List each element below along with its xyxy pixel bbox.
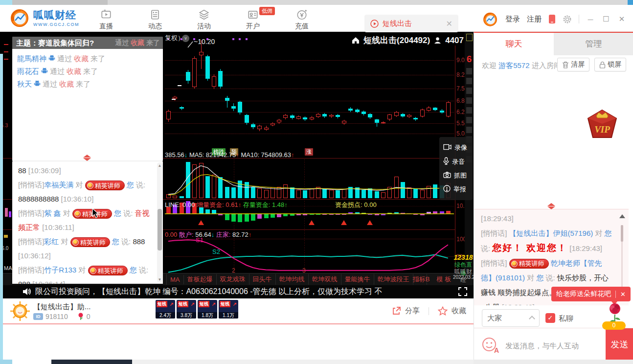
menu-item-录像[interactable]: 录像 bbox=[439, 141, 473, 155]
app-logo[interactable]: 呱呱财经 WWW.GGCJ.COM bbox=[9, 7, 79, 28]
scroll-down-icon[interactable]: ▼ bbox=[157, 277, 162, 282]
collapse-toggle[interactable] bbox=[83, 155, 91, 161]
chevron-up-icon bbox=[529, 316, 535, 322]
live-video-area[interactable]: 9.098.277.516.836.215.595.03100.050.00 短… bbox=[0, 32, 474, 298]
tab-manage[interactable]: 管理 bbox=[554, 33, 633, 55]
gear-icon[interactable] bbox=[563, 15, 572, 24]
medal-icon bbox=[74, 211, 81, 217]
phone-icon[interactable] bbox=[548, 14, 556, 24]
related-stream-thumb[interactable]: 短线↗1.1万 bbox=[219, 300, 238, 318]
id-icon: ID bbox=[33, 313, 43, 320]
send-target-select[interactable]: 大家 bbox=[482, 309, 540, 327]
lecturer-badge: 精英讲师 bbox=[509, 259, 549, 269]
mic-icon bbox=[443, 157, 449, 166]
nav-feed[interactable]: 动态 bbox=[141, 9, 169, 31]
mouse-cursor bbox=[92, 208, 100, 219]
topic-text: 主题：赛道股集体回归? bbox=[16, 39, 94, 47]
nav-live[interactable]: 直播 bbox=[92, 9, 120, 31]
maximize-button[interactable]: ☐ bbox=[602, 15, 610, 23]
share-favorite-row: 分享 收藏 bbox=[392, 298, 466, 323]
chat-message: [悄悄话]幸福美满 对 精英讲师 您 说: 8888888888 [10:36:… bbox=[18, 178, 153, 206]
menu-item-举报[interactable]: 举报 bbox=[439, 182, 473, 196]
func-乾坤波段王: 乾坤波段王 bbox=[374, 274, 413, 285]
register-button[interactable]: 注册 bbox=[527, 15, 542, 24]
medal-icon bbox=[72, 239, 79, 246]
disclaimer-ticker: 限公司投资顾问，【短线出击】乾坤 编号：A0630621040006 -管先德 … bbox=[0, 285, 474, 298]
func-回头牛: 回头牛 bbox=[249, 274, 276, 285]
chat-scrollbar[interactable]: ▲ ▼ bbox=[157, 162, 162, 283]
tooltip-close-icon[interactable]: ✕ bbox=[615, 291, 626, 298]
scrollbar-thumb[interactable] bbox=[158, 209, 162, 250]
send-button[interactable]: 发送 bbox=[606, 328, 633, 361]
tab-chat[interactable]: 聊天 bbox=[474, 33, 554, 55]
ticker-text: 限公司投资顾问，【短线出击】乾坤 编号：A0630621040006 -管先德 … bbox=[35, 287, 449, 297]
nav-activity[interactable]: 活动 bbox=[190, 9, 218, 31]
lecturer-badge: 精英讲师 bbox=[70, 237, 110, 247]
room-id-row: ID 918110 0 bbox=[33, 313, 90, 320]
chat-message: [18:29:43] bbox=[481, 211, 613, 226]
s2-label: S2 bbox=[212, 248, 220, 255]
stream-room-title: 短线出击(204492) bbox=[363, 35, 430, 46]
viewers-icon bbox=[434, 37, 441, 44]
streamer-avatar[interactable] bbox=[10, 301, 30, 321]
room-tab-label: 短线出击 bbox=[383, 19, 442, 28]
minimize-button[interactable]: ─ bbox=[586, 15, 595, 23]
func-量能擒牛: 量能擒牛 bbox=[341, 274, 374, 285]
fund-flow-labels: LINE: 0.00 增量资金: 0.61↑ 存量资金: 1.48↑ 资金拐点:… bbox=[165, 201, 377, 209]
related-stream-thumb[interactable]: 短线↗1.8万 bbox=[198, 300, 217, 318]
related-stream-thumb[interactable]: 短线↗3.8万 bbox=[177, 300, 196, 318]
record-icon bbox=[443, 144, 452, 152]
private-chat-checkbox[interactable]: ✓ bbox=[545, 313, 555, 323]
entry-row: 雨花石 通过 收藏 来了 bbox=[17, 65, 159, 78]
nav-account[interactable]: 开户低佣 bbox=[239, 9, 267, 31]
scroll-up-icon[interactable]: ▲ bbox=[157, 163, 162, 168]
entry-notice-panel: 龍馬精神 通过 收藏 来了雨花石 通过 收藏 来了秋天 通过 收藏 来了 主题：… bbox=[12, 37, 163, 161]
activity-icon bbox=[198, 9, 210, 21]
topbar-right: 登录 注册 ─ ☐ ✕ bbox=[482, 11, 626, 27]
play-icon bbox=[370, 20, 379, 28]
nav-recharge[interactable]: 充值 bbox=[288, 9, 316, 31]
rose-count: 0 bbox=[87, 313, 90, 320]
lock-screen-button[interactable]: 锁屏 bbox=[594, 58, 626, 71]
func-MA: MA bbox=[167, 275, 184, 284]
func-双龙戏珠: 双龙戏珠 bbox=[217, 274, 249, 285]
android-icon bbox=[41, 67, 48, 76]
clear-screen-button[interactable]: 清屏 bbox=[557, 58, 589, 71]
room-tab-close-icon[interactable]: ✕ bbox=[446, 19, 452, 28]
logo-subtitle: WWW.GGCJ.COM bbox=[33, 22, 79, 27]
recharge-icon bbox=[296, 9, 308, 21]
emoji-font-icon[interactable]: A bbox=[481, 336, 499, 355]
share-icon[interactable] bbox=[392, 306, 401, 316]
close-button[interactable]: ✕ bbox=[617, 15, 626, 23]
user-name: 雨花石 bbox=[17, 67, 39, 76]
feed-icon bbox=[149, 9, 161, 21]
nav-label: 直播 bbox=[99, 22, 113, 31]
menu-item-录音[interactable]: 录音 bbox=[439, 155, 473, 169]
rose-icon bbox=[77, 313, 84, 320]
vip-badge: VIP bbox=[586, 107, 619, 140]
room-id: 918110 bbox=[45, 313, 68, 320]
desktop-left-edge bbox=[0, 54, 3, 360]
share-button[interactable]: 分享 bbox=[405, 306, 420, 316]
room-tab[interactable]: 短线出击 ✕ bbox=[364, 15, 458, 32]
func-乾坤均线: 乾坤均线 bbox=[276, 274, 309, 285]
flower-tooltip[interactable]: 给老师送朵鲜花吧 ✕ bbox=[551, 287, 631, 301]
private-chat-label: 私聊 bbox=[559, 314, 573, 323]
fullscreen-icon[interactable] bbox=[458, 287, 468, 296]
login-button[interactable]: 登录 bbox=[505, 15, 520, 24]
favorite-button[interactable]: 收藏 bbox=[452, 306, 466, 316]
desktop-top-strip bbox=[0, 0, 633, 5]
message-input[interactable]: 发送消息，与牛人互动 bbox=[505, 341, 579, 351]
collapse-toggle[interactable] bbox=[547, 203, 555, 209]
scroll-up-icon[interactable] bbox=[619, 214, 625, 218]
func-模 板: 模 板 bbox=[436, 275, 451, 284]
volume-ma-labels: 385.56↓ MA5: 821942.75↑ MA10: 754809.63↑ bbox=[165, 151, 294, 159]
star-icon[interactable] bbox=[438, 306, 448, 316]
menu-item-抓图[interactable]: 抓图 bbox=[439, 169, 473, 182]
related-stream-thumb[interactable]: 短线↗2.4万 bbox=[156, 300, 175, 318]
peak-annotation: ~10.20 bbox=[194, 38, 215, 46]
svg-text:VIP: VIP bbox=[594, 124, 610, 135]
streamer-info-bar: 【短线出击】助... ID 918110 0 短线↗2.4万短线↗3.8万短线↗… bbox=[0, 298, 474, 323]
home-icon bbox=[352, 37, 360, 44]
scrollbar-thumb[interactable] bbox=[621, 225, 623, 242]
